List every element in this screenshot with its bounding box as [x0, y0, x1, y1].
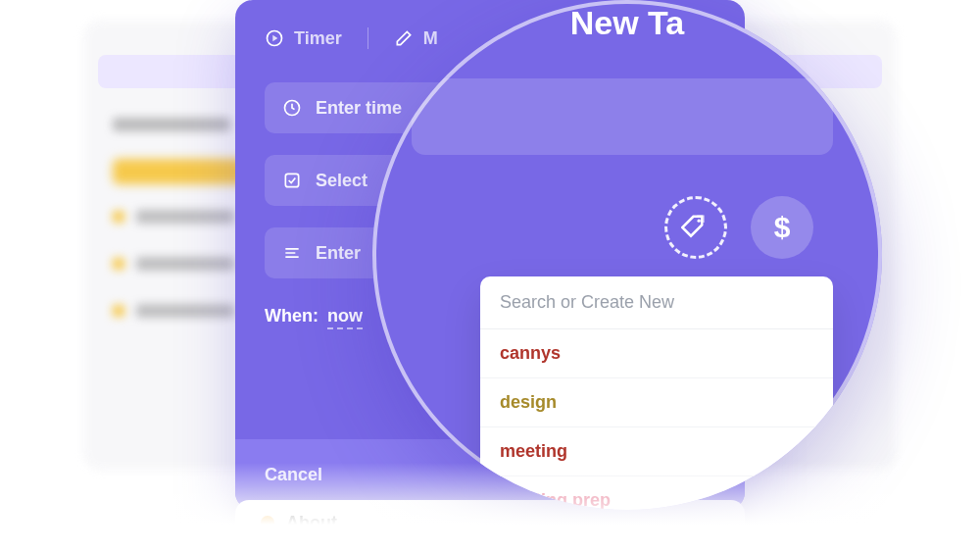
play-circle-icon [265, 28, 284, 48]
tags-button[interactable] [664, 196, 727, 259]
lens-title: New Ta [570, 4, 685, 42]
tab-timer-label: Timer [294, 28, 342, 49]
clock-icon [282, 98, 302, 118]
lines-icon [282, 243, 302, 263]
tag-option[interactable]: cannys [480, 329, 833, 378]
cancel-button[interactable]: Cancel [265, 465, 322, 485]
checkbox-icon [282, 171, 302, 190]
svg-rect-2 [285, 174, 298, 186]
tag-option-label: design [500, 392, 557, 412]
time-placeholder: Enter time [316, 98, 402, 119]
dollar-icon: $ [774, 211, 791, 244]
description-placeholder: Enter [316, 243, 361, 264]
lens-input-field[interactable] [412, 78, 833, 155]
tags-dropdown: Search or Create New cannys design meeti… [480, 276, 833, 510]
billable-button[interactable]: $ [751, 196, 813, 259]
tag-search-placeholder: Search or Create New [500, 292, 674, 312]
zoom-lens: New Ta $ Search or Create New cannys des… [372, 0, 882, 510]
bottom-sheet: About [235, 500, 745, 545]
tab-timer[interactable]: Timer [265, 28, 342, 49]
about-label: About [286, 513, 337, 533]
select-placeholder: Select [316, 171, 368, 191]
tag-icon [681, 213, 710, 242]
tab-divider [368, 27, 368, 49]
tab-manual-label: M [423, 28, 438, 49]
bullet-icon [261, 516, 274, 529]
tag-search-input[interactable]: Search or Create New [480, 276, 833, 329]
when-value[interactable]: now [327, 306, 363, 329]
svg-point-3 [698, 220, 701, 223]
tag-option-label: cannys [500, 343, 561, 363]
tab-manual[interactable]: M [394, 28, 438, 49]
tag-option[interactable]: design [480, 378, 833, 427]
when-label: When: [265, 306, 318, 326]
tag-option-label: meeting [500, 441, 567, 461]
edit-icon [394, 28, 414, 48]
